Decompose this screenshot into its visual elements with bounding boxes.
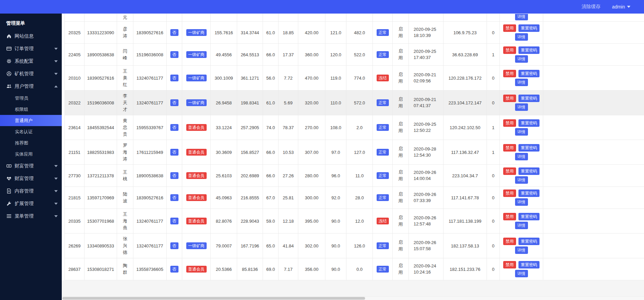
level-badge: 普通会员 [186, 149, 207, 156]
detail-button[interactable]: 详情 [515, 176, 528, 184]
detail-button[interactable]: 详情 [515, 128, 528, 136]
level-badge: 一级矿商 [186, 75, 207, 81]
sidebar-item-site-info[interactable]: 网站信息 [0, 30, 62, 42]
sidebar-item-miner[interactable]: 矿机管理 [0, 67, 62, 80]
cell-status: 正常 [373, 187, 393, 209]
cell-value-6: 97.0 [325, 140, 346, 165]
disable-button[interactable]: 禁用 [503, 24, 516, 32]
table-row: 28637 15308018271 陶群 13558736605 否 普通会员 … [65, 258, 644, 280]
cell-ip: 117.181.138.199 [443, 209, 487, 234]
reset-password-button[interactable]: 重置密码 [518, 167, 539, 175]
disable-button[interactable]: 禁用 [503, 261, 516, 268]
cell-value-7: 774.0 [346, 66, 373, 91]
cell-enabled: 启用 [393, 187, 409, 209]
sidebar-item-orders[interactable]: 订单管理 [0, 42, 62, 55]
cell-level: 普通会员 [182, 209, 211, 234]
detail-button[interactable]: 详情 [515, 103, 528, 111]
detail-button[interactable]: 详情 [515, 246, 528, 254]
reset-password-button[interactable]: 重置密码 [518, 238, 539, 245]
sidebar-item-label: 菜单管理 [15, 213, 34, 219]
sidebar-subitem-real-name-auth[interactable]: 实名认证 [0, 126, 62, 137]
cell-value-4: 17.37 [279, 44, 298, 66]
cell-no-flag: 否 [167, 44, 182, 66]
disable-button[interactable]: 禁用 [503, 95, 516, 102]
clear-cache-button[interactable]: 清除缓存 [582, 4, 601, 10]
cell-no-flag: 否 [167, 115, 182, 140]
sidebar-subitem-entity-app[interactable]: 实体应用 [0, 148, 62, 160]
sidebar-item-content[interactable]: 内容管理 [0, 185, 62, 197]
disable-button[interactable]: 禁用 [503, 119, 516, 127]
detail-button[interactable]: 详情 [515, 198, 528, 206]
user-table: 元 详情 20325 13331223090 彦涛 18390527616 [64, 14, 644, 280]
detail-button[interactable]: 详情 [515, 14, 528, 20]
sidebar-item-system-config[interactable]: 系统配置 [0, 55, 62, 67]
cell-name: 黄忠贵 [117, 115, 133, 140]
reset-password-button[interactable]: 重置密码 [518, 261, 539, 268]
horizontal-scrollbar-thumb[interactable] [62, 297, 365, 300]
sidebar-item-label: 用户管理 [15, 83, 34, 89]
reset-password-button[interactable]: 重置密码 [518, 24, 539, 32]
reset-password-button[interactable]: 重置密码 [518, 95, 539, 102]
disable-button[interactable]: 禁用 [503, 213, 516, 220]
sidebar-title: 管理菜单 [0, 14, 62, 30]
disable-button[interactable]: 禁用 [503, 46, 516, 54]
detail-button[interactable]: 详情 [515, 153, 528, 160]
cell-user-id: 27730 [65, 165, 84, 187]
cell-no-flag: 否 [167, 209, 182, 234]
detail-button[interactable]: 详情 [515, 55, 528, 63]
cell-no-flag: 否 [167, 22, 182, 44]
reset-password-button[interactable]: 重置密码 [518, 213, 539, 220]
cell-status: 正常 [373, 258, 393, 280]
table-row: 20335 15307701968 王海燕 13240761177 否 普通会员… [65, 209, 644, 234]
cell-actions: 禁用 重置密码 详情 [500, 234, 543, 258]
cell-no-flag: 否 [167, 140, 182, 165]
disable-button[interactable]: 禁用 [503, 167, 516, 175]
sidebar-item-wealth-2[interactable]: 财富管理 [0, 172, 62, 185]
cell-name: 张兴德 [117, 234, 133, 258]
cell-level: 一级矿商 [182, 44, 211, 66]
horizontal-scrollbar [62, 296, 644, 300]
cell-value-4: 7.72 [279, 66, 298, 91]
disable-button[interactable]: 禁用 [503, 144, 516, 152]
sidebar-subitem-permission-groups[interactable]: 权限组 [0, 104, 62, 115]
table-row-partial: 元 详情 [65, 14, 644, 22]
sidebar-subitem-normal-users[interactable]: 普通用户 [0, 115, 62, 126]
reset-password-button[interactable]: 重置密码 [518, 144, 539, 152]
sidebar-item-menu-management[interactable]: 菜单管理 [0, 210, 62, 222]
reset-password-button[interactable]: 重置密码 [518, 70, 539, 77]
cell-count: 1 [487, 115, 500, 140]
reset-password-button[interactable]: 重置密码 [518, 189, 539, 197]
sidebar-subitem-admins[interactable]: 管理员 [0, 93, 62, 104]
cell-actions: 禁用 重置密码 详情 [500, 66, 543, 91]
detail-button[interactable]: 详情 [515, 33, 528, 41]
cell-phone: 13597170969 [84, 187, 117, 209]
disable-button[interactable]: 禁用 [503, 238, 516, 245]
reset-password-button[interactable]: 重置密码 [518, 119, 539, 127]
disable-button[interactable]: 禁用 [503, 189, 516, 197]
detail-button[interactable]: 详情 [515, 270, 528, 277]
ip-text: 120.228.176.172 [449, 76, 482, 81]
time-text: 12:54:30 [410, 152, 442, 158]
enabled-label: 启用 [398, 239, 403, 253]
disable-button[interactable]: 禁用 [503, 70, 516, 77]
sidebar-subitem-referral-image[interactable]: 推荐图 [0, 137, 62, 148]
sidebar-item-wealth-1[interactable]: 财富管理 [0, 160, 62, 172]
sidebar-item-extension[interactable]: 扩展管理 [0, 197, 62, 210]
order-icon [6, 46, 12, 52]
detail-button[interactable]: 详情 [515, 79, 528, 86]
cell-user-id: 23614 [65, 115, 84, 140]
cell-datetime: 2020-09-25 12:50:22 [409, 115, 443, 140]
home-icon [6, 34, 12, 39]
cell-value-4: 12.18 [279, 209, 298, 234]
detail-button[interactable]: 详情 [515, 222, 528, 229]
cell-count: 0 [487, 209, 500, 234]
cell-datetime: 2020-09-21 02:09:56 [409, 66, 443, 91]
reset-password-button[interactable]: 重置密码 [518, 46, 539, 54]
ip-text: 36.63.228.69 [452, 52, 478, 57]
cell-status: 正常 [373, 140, 393, 165]
sidebar-item-label: 内容管理 [15, 188, 34, 194]
cell-value-4: 25.81 [279, 187, 298, 209]
cell-value-6: 90.0 [325, 234, 346, 258]
sidebar-item-users[interactable]: 用户管理 [0, 80, 62, 93]
admin-dropdown[interactable]: admin [612, 4, 630, 9]
